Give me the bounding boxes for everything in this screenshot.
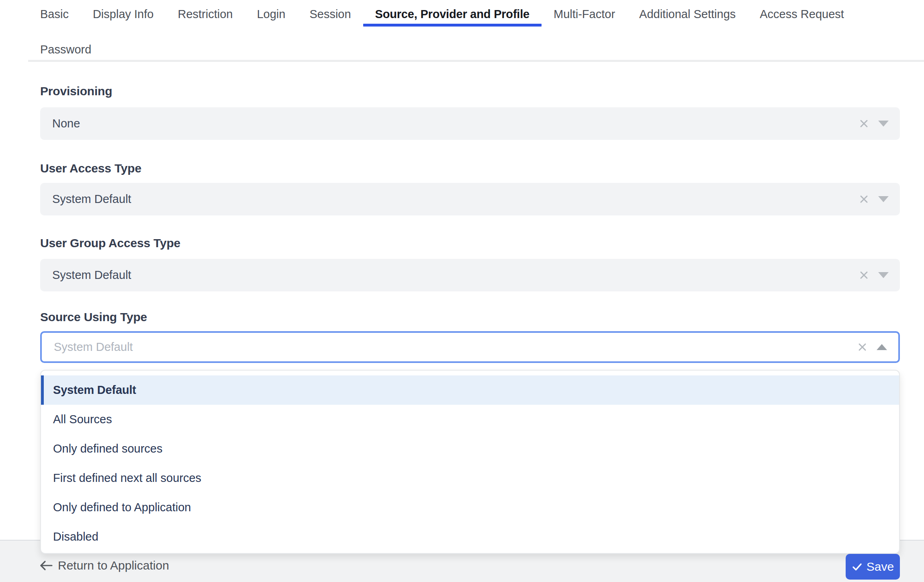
tab-restriction[interactable]: Restriction — [166, 2, 245, 27]
field-label-source-using-type: Source Using Type — [40, 310, 147, 324]
tabbar-divider — [28, 60, 924, 62]
caret-down-icon[interactable] — [878, 272, 889, 278]
select-placeholder: System Default — [42, 340, 857, 354]
clear-icon[interactable] — [859, 194, 869, 205]
field-label-user-group-access-type: User Group Access Type — [40, 236, 180, 250]
option-all-sources[interactable]: All Sources — [41, 405, 899, 434]
return-to-application-link[interactable]: Return to Application — [39, 559, 169, 572]
check-icon — [852, 562, 863, 572]
return-to-application-label: Return to Application — [58, 559, 169, 572]
clear-icon[interactable] — [859, 270, 869, 281]
select-icons — [859, 270, 900, 281]
caret-down-icon[interactable] — [878, 196, 889, 202]
select-icons — [857, 342, 898, 352]
tab-source-provider-and-profile[interactable]: Source, Provider and Profile — [363, 2, 542, 27]
select-user-access-type[interactable]: System Default — [40, 183, 900, 215]
settings-tab-bar: BasicDisplay InfoRestrictionLoginSession… — [28, 2, 912, 62]
caret-up-icon[interactable] — [877, 344, 887, 350]
field-label-user-access-type: User Access Type — [40, 162, 141, 175]
tab-login[interactable]: Login — [245, 2, 297, 27]
select-value: System Default — [40, 193, 859, 206]
select-value: System Default — [40, 268, 859, 282]
option-system-default[interactable]: System Default — [41, 375, 899, 405]
select-provisioning[interactable]: None — [40, 107, 900, 140]
clear-icon[interactable] — [857, 342, 868, 352]
select-user-group-access-type[interactable]: System Default — [40, 259, 900, 291]
arrow-left-icon — [39, 559, 53, 572]
select-source-using-type[interactable]: System Default — [40, 331, 900, 363]
save-button[interactable]: Save — [846, 554, 900, 580]
tab-additional-settings[interactable]: Additional Settings — [627, 2, 748, 27]
source-using-type-dropdown-panel: System DefaultAll SourcesOnly defined so… — [40, 370, 900, 554]
select-icons — [859, 194, 900, 205]
option-only-defined-sources[interactable]: Only defined sources — [41, 434, 899, 463]
select-icons — [859, 118, 900, 129]
save-button-label: Save — [867, 560, 894, 574]
option-disabled[interactable]: Disabled — [41, 522, 899, 551]
tab-basic[interactable]: Basic — [28, 2, 81, 27]
tab-password[interactable]: Password — [28, 37, 103, 62]
clear-icon[interactable] — [859, 118, 869, 129]
tab-session[interactable]: Session — [297, 2, 363, 27]
field-label-provisioning: Provisioning — [40, 84, 112, 98]
application-settings-page: BasicDisplay InfoRestrictionLoginSession… — [0, 0, 924, 582]
select-value: None — [40, 117, 859, 130]
option-only-defined-to-application[interactable]: Only defined to Application — [41, 493, 899, 522]
option-first-defined-next-all-sources[interactable]: First defined next all sources — [41, 463, 899, 493]
tab-display-info[interactable]: Display Info — [81, 2, 166, 27]
tab-multi-factor[interactable]: Multi-Factor — [542, 2, 627, 27]
tab-access-request[interactable]: Access Request — [748, 2, 856, 27]
caret-down-icon[interactable] — [878, 121, 889, 127]
